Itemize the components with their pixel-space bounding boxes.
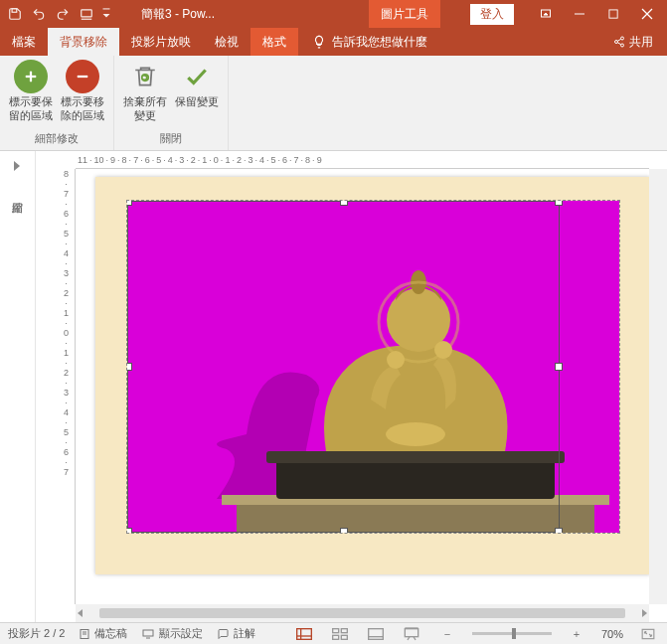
status-bar: 投影片 2 / 2 備忘稿 顯示設定 註解 − + 70% bbox=[0, 622, 667, 644]
mark-keep-button[interactable]: 標示要保留的區域 bbox=[6, 60, 56, 129]
zoom-slider[interactable] bbox=[472, 632, 552, 635]
svg-rect-45 bbox=[405, 628, 417, 636]
fit-to-window-icon[interactable] bbox=[637, 626, 659, 642]
keep-label: 保留變更 bbox=[175, 95, 219, 109]
svg-rect-41 bbox=[333, 635, 339, 639]
slide-edit-area: 11·10·9·8·7·6·5·4·3·2·1·0·1·2·3·4·5·6·7·… bbox=[36, 151, 667, 622]
minimize-icon[interactable] bbox=[564, 4, 595, 24]
svg-point-10 bbox=[621, 44, 624, 47]
share-label: 共用 bbox=[629, 34, 653, 51]
tab-format[interactable]: 格式 bbox=[250, 28, 298, 56]
ruler-horizontal: 11·10·9·8·7·6·5·4·3·2·1·0·1·2·3·4·5·6·7·… bbox=[76, 151, 649, 169]
svg-point-8 bbox=[621, 37, 624, 40]
discard-label: 捨棄所有變更 bbox=[120, 95, 170, 123]
tell-me-label: 告訴我您想做什麼 bbox=[332, 34, 427, 51]
picture-background-removal[interactable] bbox=[127, 201, 619, 533]
svg-line-12 bbox=[617, 43, 620, 45]
svg-rect-5 bbox=[608, 9, 616, 17]
trash-icon bbox=[128, 60, 162, 93]
svg-rect-39 bbox=[333, 628, 339, 632]
slide-sorter-view-icon[interactable] bbox=[329, 626, 351, 642]
horizontal-scrollbar[interactable] bbox=[76, 604, 649, 622]
check-icon bbox=[180, 60, 214, 93]
group-label-refine: 細部修改 bbox=[35, 129, 79, 150]
mark-remove-button[interactable]: 標示要移除的區域 bbox=[58, 60, 107, 129]
comment-icon bbox=[217, 628, 230, 640]
ribbon-display-options-icon[interactable] bbox=[530, 4, 562, 24]
plus-circle-icon bbox=[14, 60, 48, 93]
tell-me-search[interactable]: 告訴我您想做什麼 bbox=[298, 28, 599, 56]
ribbon: 標示要保留的區域 標示要移除的區域 細部修改 捨棄所有變更 保留變更 關閉 bbox=[0, 56, 667, 151]
notes-icon bbox=[79, 628, 90, 640]
slide bbox=[95, 177, 649, 574]
share-icon bbox=[613, 36, 625, 48]
svg-rect-40 bbox=[341, 628, 347, 632]
contextual-tab-label[interactable]: 圖片工具 bbox=[369, 0, 440, 28]
group-label-close: 關閉 bbox=[160, 129, 182, 150]
scroll-right-icon[interactable] bbox=[639, 608, 649, 618]
slide-indicator[interactable]: 投影片 2 / 2 bbox=[8, 626, 65, 641]
minus-circle-icon bbox=[66, 60, 99, 93]
expand-thumbnails-icon[interactable] bbox=[12, 161, 24, 173]
tab-background-remove[interactable]: 背景移除 bbox=[48, 28, 119, 56]
thumbnail-pane-label: 縮圖 bbox=[10, 193, 25, 197]
mark-keep-label: 標示要保留的區域 bbox=[6, 95, 56, 123]
redo-icon[interactable] bbox=[54, 5, 72, 23]
title-bar: 簡報3 - Pow... 圖片工具 登入 bbox=[0, 0, 667, 28]
zoom-level[interactable]: 70% bbox=[601, 628, 623, 640]
vertical-scrollbar[interactable] bbox=[649, 169, 667, 604]
svg-point-9 bbox=[615, 41, 618, 44]
monitor-icon bbox=[141, 628, 155, 640]
tab-slideshow[interactable]: 投影片放映 bbox=[119, 28, 203, 56]
svg-rect-1 bbox=[82, 10, 92, 17]
scroll-left-icon[interactable] bbox=[76, 608, 85, 618]
start-from-beginning-icon[interactable] bbox=[78, 5, 95, 23]
svg-rect-36 bbox=[297, 628, 312, 639]
slide-canvas[interactable] bbox=[76, 169, 649, 604]
svg-rect-49 bbox=[642, 629, 654, 638]
ribbon-tabs: 檔案 背景移除 投影片放映 檢視 格式 告訴我您想做什麼 共用 bbox=[0, 28, 667, 56]
qat-more-icon[interactable] bbox=[101, 5, 111, 23]
slideshow-view-icon[interactable] bbox=[401, 626, 422, 642]
svg-rect-42 bbox=[341, 635, 347, 639]
zoom-in-icon[interactable]: + bbox=[566, 626, 587, 642]
svg-marker-30 bbox=[642, 609, 647, 617]
normal-view-icon[interactable] bbox=[293, 626, 315, 642]
window-controls: 登入 bbox=[470, 4, 667, 25]
mark-remove-label: 標示要移除的區域 bbox=[58, 95, 107, 123]
svg-rect-43 bbox=[369, 628, 384, 639]
svg-marker-17 bbox=[14, 161, 20, 171]
ribbon-group-refine: 標示要保留的區域 標示要移除的區域 細部修改 bbox=[0, 56, 114, 150]
quick-access-toolbar bbox=[0, 5, 111, 23]
undo-icon[interactable] bbox=[30, 5, 48, 23]
scrollbar-thumb[interactable] bbox=[99, 608, 625, 618]
save-icon[interactable] bbox=[6, 5, 24, 23]
reading-view-icon[interactable] bbox=[365, 626, 387, 642]
svg-marker-29 bbox=[78, 609, 83, 617]
thumbnail-pane-collapsed: 縮圖 bbox=[0, 151, 36, 622]
display-settings-button[interactable]: 顯示設定 bbox=[141, 626, 203, 641]
keep-changes-button[interactable]: 保留變更 bbox=[172, 60, 222, 129]
ruler-vertical: 8·7·6·5·4·3·2·1·0·1·2·3·4·5·6·7 bbox=[58, 169, 76, 604]
close-icon[interactable] bbox=[631, 4, 663, 24]
svg-line-11 bbox=[617, 39, 620, 41]
zoom-out-icon[interactable]: − bbox=[436, 626, 458, 642]
svg-rect-2 bbox=[103, 8, 110, 9]
notes-button[interactable]: 備忘稿 bbox=[79, 626, 127, 641]
svg-rect-34 bbox=[143, 630, 153, 636]
login-button[interactable]: 登入 bbox=[470, 4, 514, 25]
maximize-icon[interactable] bbox=[597, 4, 629, 24]
document-title: 簡報3 - Pow... bbox=[111, 6, 365, 23]
svg-rect-0 bbox=[12, 9, 17, 13]
tab-view[interactable]: 檢視 bbox=[203, 28, 250, 56]
comments-button[interactable]: 註解 bbox=[217, 626, 255, 641]
selection-marquee[interactable] bbox=[127, 201, 560, 533]
ribbon-group-close: 捨棄所有變更 保留變更 關閉 bbox=[114, 56, 229, 150]
lightbulb-icon bbox=[312, 35, 326, 49]
tab-file[interactable]: 檔案 bbox=[0, 28, 48, 56]
workspace: 縮圖 11·10·9·8·7·6·5·4·3·2·1·0·1·2·3·4·5·6… bbox=[0, 151, 667, 622]
discard-changes-button[interactable]: 捨棄所有變更 bbox=[120, 60, 170, 129]
share-button[interactable]: 共用 bbox=[599, 28, 667, 56]
